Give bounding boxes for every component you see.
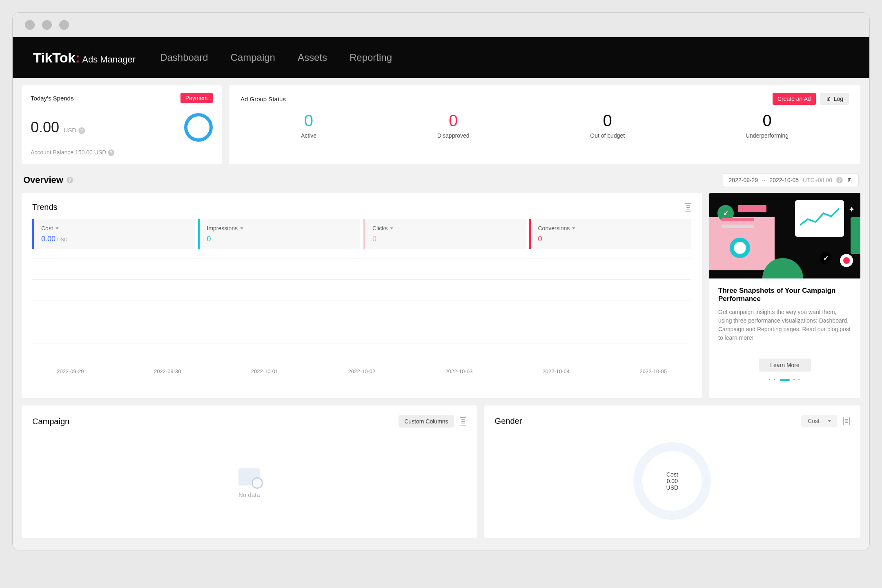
app-root: TikTok: Ads Manager Dashboard Campaign A… [13,37,869,550]
gender-card: Gender Cost Cost 0.00 USD [484,405,860,538]
metric-value: 0 [301,111,316,130]
promo-illustration: ✓ ✦ ✓ [709,193,860,278]
nav-reporting[interactable]: Reporting [350,52,392,63]
tile-value: 0 [207,235,211,243]
top-nav: TikTok: Ads Manager Dashboard Campaign A… [13,37,869,78]
export-icon[interactable] [685,203,691,212]
tile-label: Cost [41,225,53,232]
top-cards-row: Today's Spends Payment 0.00 USD ? Accoun… [22,85,860,164]
promo-text: Get campaign insights the way you want t… [718,308,851,342]
calendar-icon: 🗓 [847,177,853,183]
brand-logo: TikTok: Ads Manager [33,50,136,66]
browser-window: TikTok: Ads Manager Dashboard Campaign A… [12,12,870,550]
spend-card: Today's Spends Payment 0.00 USD ? Accoun… [22,85,222,164]
tile-value: 0 [538,235,542,243]
nav-items: Dashboard Campaign Assets Reporting [160,52,392,63]
timezone: UTC+08:00 [803,177,832,183]
gender-title: Gender [495,416,522,426]
status-title: Ad Group Status [241,96,286,102]
trends-title: Trends [32,203,58,212]
spend-ring-chart [184,113,213,142]
brand-name: TikTok: [33,50,80,66]
x-tick: 2022-10-02 [348,368,376,374]
tile-value: 0.00 [41,235,56,243]
overview-title: Overview ? [23,175,73,185]
donut-value: 0.00 [667,478,678,484]
donut-currency: USD [666,484,679,491]
chevron-down-icon [390,227,393,229]
metric-active[interactable]: 0 Active [301,111,316,139]
x-tick: 2022-10-05 [639,368,667,374]
gender-metric-dropdown[interactable]: Cost [801,415,837,427]
tile-label: Impressions [207,225,238,232]
custom-columns-button[interactable]: Custom Columns [399,415,454,428]
account-balance: Account Balance 150.00 USD ? [31,149,213,156]
metric-label: Active [301,132,316,139]
x-tick: 2022-09-29 [57,368,84,374]
campaign-title: Campaign [32,417,69,426]
chevron-down-icon [828,420,831,422]
metric-label: Out of budget [590,132,625,139]
tile-impressions[interactable]: Impressions 0 [198,219,361,249]
spend-amount-wrap: 0.00 USD ? [31,119,85,136]
metric-value: 0 [437,111,470,130]
carousel-dots[interactable]: • • • • [718,377,851,382]
metric-label: Underperforming [746,132,788,139]
content: Today's Spends Payment 0.00 USD ? Accoun… [13,78,869,550]
export-icon[interactable] [843,417,850,425]
metric-label: Disapproved [437,132,470,139]
log-button[interactable]: 🗎Log [820,93,849,105]
metric-value: 0 [746,111,788,130]
document-icon: 🗎 [826,96,831,102]
spend-currency: USD [64,127,77,134]
empty-search-icon [238,468,260,486]
x-tick: 2022-09-30 [154,368,181,374]
campaign-empty-state: No data [32,468,466,498]
create-ad-button[interactable]: Create an Ad [773,93,816,105]
date-range-picker[interactable]: 2022-09-29 ~ 2022-10-05 UTC+08:00 ? 🗓 [723,173,859,187]
nav-campaign[interactable]: Campaign [231,52,275,63]
help-icon: ? [836,177,843,183]
donut-label: Cost [666,471,678,478]
metric-disapproved[interactable]: 0 Disapproved [437,111,470,139]
date-from: 2022-09-29 [729,177,758,183]
tile-cost[interactable]: Cost 0.00USD [32,219,195,249]
x-tick: 2022-10-01 [251,368,278,374]
tile-label: Conversions [538,225,570,232]
tile-value: 0 [372,235,376,243]
gender-donut-chart: Cost 0.00 USD [495,434,850,528]
help-icon[interactable]: ? [67,177,73,183]
tile-clicks[interactable]: Clicks 0 [363,219,526,249]
trends-x-axis: 2022-09-29 2022-09-30 2022-10-01 2022-10… [32,364,691,374]
window-titlebar [13,13,869,37]
help-icon[interactable]: ? [108,149,114,156]
x-tick: 2022-10-04 [543,368,570,374]
tile-conversions[interactable]: Conversions 0 [529,219,692,249]
metric-underperforming[interactable]: 0 Underperforming [746,111,788,139]
promo-card: ✓ ✦ ✓ Thre [709,193,860,398]
brand-sub: Ads Manager [82,54,136,65]
learn-more-button[interactable]: Learn More [759,359,811,372]
x-tick: 2022-10-03 [445,368,473,374]
trends-card: Trends Cost 0.00USD Impressions 0 [22,193,702,398]
tile-label: Clicks [372,225,388,232]
metric-value: 0 [590,111,625,130]
campaign-card: Campaign Custom Columns No data [22,405,477,538]
nodata-label: No data [32,491,466,498]
trends-chart [32,258,691,364]
nav-dashboard[interactable]: Dashboard [160,52,208,63]
window-control-dot[interactable] [59,20,69,30]
chevron-down-icon [572,227,575,229]
metric-out-of-budget[interactable]: 0 Out of budget [590,111,625,139]
help-icon[interactable]: ? [78,127,85,134]
window-control-dot[interactable] [25,20,35,30]
nav-assets[interactable]: Assets [298,52,327,63]
spend-amount: 0.00 [31,119,59,136]
export-icon[interactable] [460,417,466,425]
promo-title: Three Snapshots of Your Campaign Perform… [718,287,851,303]
window-control-dot[interactable] [42,20,52,30]
chevron-down-icon [240,227,243,229]
payment-button[interactable]: Payment [180,93,213,103]
overview-header: Overview ? 2022-09-29 ~ 2022-10-05 UTC+0… [22,173,860,187]
status-card: Ad Group Status Create an Ad 🗎Log 0 Acti… [229,85,860,164]
